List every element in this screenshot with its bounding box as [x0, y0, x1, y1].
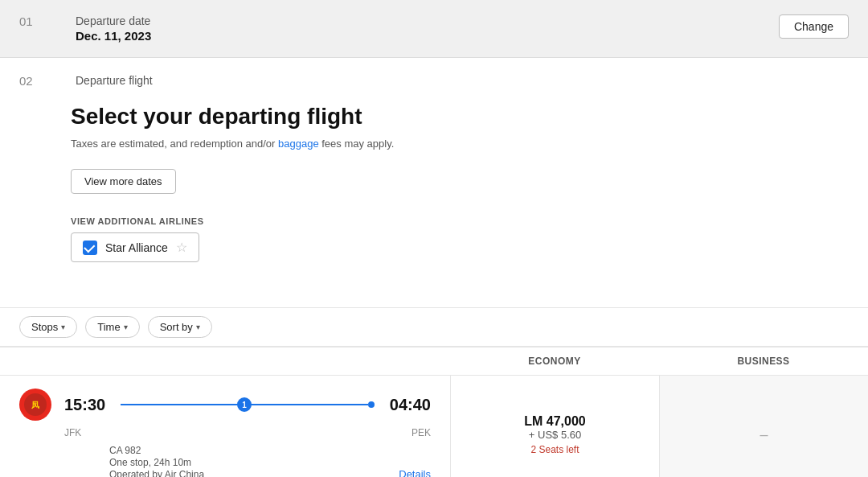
- flight-times: 15:30 1 04:40: [64, 396, 431, 414]
- route-end-dot: [368, 401, 375, 408]
- economy-col-header: ECONOMY: [450, 347, 659, 376]
- stop-duration: One stop, 24h 10m: [109, 457, 204, 468]
- flight-info-row: JFK PEK: [19, 427, 431, 438]
- step-01-num: 01: [19, 14, 43, 28]
- air-china-logo-svg: 凤: [24, 393, 47, 416]
- route-line-solid: 1: [121, 404, 368, 405]
- results-grid: ECONOMY BUSINESS 凤 15:30 1 04:40: [0, 347, 868, 477]
- flight-meta-row: CA 982 One stop, 24h 10m Operated by Air…: [19, 445, 431, 477]
- time-chevron-icon: ▾: [124, 323, 128, 331]
- details-link[interactable]: Details: [399, 468, 431, 477]
- top-bar: 01 Departure date Dec. 11, 2023 Change: [0, 0, 868, 58]
- baggage-link[interactable]: baggage: [278, 138, 319, 150]
- change-button[interactable]: Change: [779, 14, 849, 39]
- top-bar-left: 01 Departure date Dec. 11, 2023: [19, 14, 151, 43]
- step-01-info: Departure date Dec. 11, 2023: [76, 14, 151, 43]
- alliance-name: Star Alliance: [105, 241, 168, 254]
- sort-by-filter-button[interactable]: Sort by ▾: [148, 316, 212, 338]
- business-unavailable: –: [760, 426, 768, 443]
- time-filter-button[interactable]: Time ▾: [85, 316, 139, 338]
- stops-filter-button[interactable]: Stops ▾: [19, 316, 77, 338]
- subtitle-text: Taxes are estimated, and redemption and/…: [71, 138, 275, 150]
- step-02-label: Departure flight: [76, 74, 153, 87]
- usd-fee: + US$ 5.60: [529, 429, 581, 441]
- svg-text:凤: 凤: [31, 401, 39, 409]
- step-02-num: 02: [19, 74, 43, 88]
- business-price-cell: –: [659, 376, 868, 477]
- flight-col-empty-header: [0, 347, 450, 376]
- step-01-value: Dec. 11, 2023: [76, 29, 151, 43]
- operated-by: Operated by Air China: [109, 469, 204, 477]
- lm-value: LM 47,000: [524, 414, 585, 429]
- sort-chevron-icon: ▾: [196, 323, 200, 331]
- star-icon[interactable]: ☆: [176, 240, 187, 255]
- economy-price-cell[interactable]: LM 47,000 + US$ 5.60 2 Seats left: [450, 376, 659, 477]
- page-title: Select your departing flight: [71, 104, 849, 130]
- flight-main-cell: 凤 15:30 1 04:40 JFK PEK: [0, 376, 450, 477]
- additional-airlines-label: VIEW ADDITIONAL AIRLINES: [71, 216, 849, 226]
- arrive-airport: PEK: [411, 427, 431, 438]
- subtitle: Taxes are estimated, and redemption and/…: [71, 138, 849, 150]
- depart-time: 15:30: [64, 396, 113, 414]
- airline-logo: 凤: [19, 389, 51, 421]
- stop-count-dot: 1: [237, 397, 252, 412]
- stops-chevron-icon: ▾: [61, 323, 65, 331]
- alliance-checkbox-row[interactable]: Star Alliance ☆: [71, 232, 199, 262]
- filter-bar: Stops ▾ Time ▾ Sort by ▾: [0, 307, 868, 347]
- view-more-dates-button[interactable]: View more dates: [71, 169, 176, 194]
- seats-left-badge: 2 Seats left: [530, 444, 579, 455]
- flight-number: CA 982: [109, 445, 204, 456]
- flight-meta: CA 982 One stop, 24h 10m Operated by Air…: [64, 445, 204, 477]
- arrive-time: 04:40: [383, 396, 431, 414]
- depart-airport: JFK: [64, 427, 81, 438]
- subtitle-end: fees may apply.: [321, 138, 394, 150]
- flight-top: 凤 15:30 1 04:40: [19, 389, 431, 421]
- step-01-label: Departure date: [76, 14, 151, 27]
- content-area: Select your departing flight Taxes are e…: [0, 88, 868, 307]
- star-alliance-checkbox[interactable]: [83, 241, 97, 255]
- section-header: 02 Departure flight: [0, 58, 868, 88]
- route-line: 1: [121, 401, 375, 408]
- business-col-header: BUSINESS: [659, 347, 868, 376]
